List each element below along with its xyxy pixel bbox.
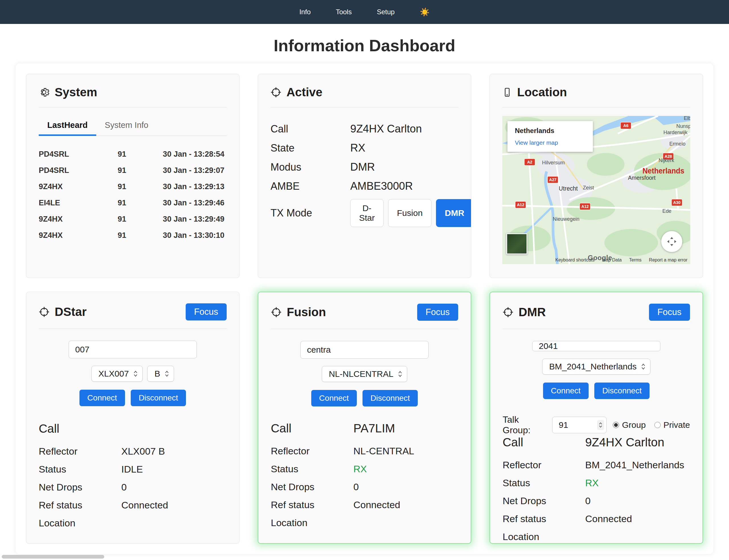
map-city-label: Ede bbox=[662, 208, 671, 214]
dstar-focus-button[interactable]: Focus bbox=[186, 303, 227, 320]
crosshair-icon bbox=[271, 307, 282, 318]
reflector-label: Reflector bbox=[271, 445, 354, 457]
dstar-reflector-input[interactable] bbox=[69, 341, 197, 358]
keyboard-shortcuts-link[interactable]: Keyboard shortcuts bbox=[555, 257, 595, 263]
status-value: RX bbox=[354, 463, 367, 475]
call-value: PA7LIM bbox=[354, 422, 395, 435]
fusion-connect-button[interactable]: Connect bbox=[311, 390, 357, 406]
lastheard-table: PD4SRL9130 Jan - 13:28:54 PD4SRL9130 Jan… bbox=[39, 146, 227, 244]
gear-icon bbox=[39, 87, 50, 98]
lh-call: PD4SRL bbox=[39, 162, 118, 179]
tab-system-info[interactable]: System Info bbox=[96, 115, 157, 136]
road-badge-a12-2: A12 bbox=[580, 203, 591, 210]
group-radio-input[interactable] bbox=[613, 422, 619, 428]
dmr-connect-button[interactable]: Connect bbox=[543, 383, 589, 399]
location-card: Location bbox=[489, 74, 703, 278]
page-title: Information Dashboard bbox=[0, 36, 729, 55]
horizontal-scrollbar-thumb[interactable] bbox=[2, 555, 104, 559]
dmr-card-title: DMR bbox=[518, 305, 546, 319]
fusion-focus-button[interactable]: Focus bbox=[417, 304, 458, 321]
map-city-label: Ermelo bbox=[669, 141, 685, 147]
tx-dmr-button[interactable]: DMR bbox=[436, 199, 471, 227]
talkgroup-number-input[interactable] bbox=[552, 417, 606, 433]
move-arrows-icon bbox=[665, 235, 679, 248]
netdrops-value: 0 bbox=[354, 481, 359, 492]
map-region-label: Netherlands bbox=[642, 166, 684, 175]
talkgroup-type-radios: Group Private bbox=[613, 420, 690, 430]
google-map[interactable]: A6 A2 A28 A27 A12 A12 A30 Bussum Huizen … bbox=[502, 116, 690, 264]
dashboard-container: System LastHeard System Info PD4SRL9130 … bbox=[16, 64, 713, 554]
view-larger-map-link[interactable]: View larger map bbox=[515, 139, 558, 146]
map-city-label: Hilversum bbox=[542, 160, 565, 166]
tx-fusion-button[interactable]: Fusion bbox=[388, 199, 431, 227]
status-value: RX bbox=[585, 477, 599, 489]
netdrops-label: Net Drops bbox=[39, 482, 121, 493]
svg-text:A2: A2 bbox=[527, 160, 532, 164]
fusion-card-title: Fusion bbox=[287, 305, 326, 319]
dstar-card-title: DStar bbox=[55, 305, 87, 319]
reflector-label: Reflector bbox=[39, 446, 121, 457]
call-label: Call bbox=[271, 123, 350, 135]
reflector-value: NL-CENTRAL bbox=[354, 445, 414, 457]
nav-setup[interactable]: Setup bbox=[377, 8, 395, 16]
group-radio[interactable]: Group bbox=[613, 420, 646, 430]
report-map-error-link[interactable]: Report a map error bbox=[649, 257, 687, 263]
private-radio-input[interactable] bbox=[654, 422, 661, 428]
dmr-connect-row: Connect Disconnect bbox=[503, 383, 690, 399]
dstar-module-select[interactable]: B bbox=[147, 366, 174, 382]
talkgroup-label: Talk Group: bbox=[503, 414, 546, 436]
lh-time: 30 Jan - 13:28:54 bbox=[152, 146, 227, 162]
select-value: B bbox=[154, 369, 160, 379]
chevron-updown-icon bbox=[641, 363, 646, 371]
system-card-title: System bbox=[55, 85, 97, 99]
system-card: System LastHeard System Info PD4SRL9130 … bbox=[26, 74, 240, 278]
dstar-reflector-select[interactable]: XLX007 bbox=[91, 366, 143, 382]
satellite-view-thumbnail[interactable] bbox=[506, 233, 527, 254]
map-info-window: Netherlands View larger map bbox=[507, 121, 593, 152]
netdrops-label: Net Drops bbox=[271, 481, 354, 492]
reflector-value: BM_2041_Netherlands bbox=[585, 459, 684, 471]
dstar-card-header: DStar Focus bbox=[39, 303, 227, 320]
nav-info[interactable]: Info bbox=[299, 8, 311, 16]
chevron-updown-icon bbox=[398, 370, 402, 378]
lh-call: 9Z4HX bbox=[39, 227, 118, 244]
terms-link[interactable]: Terms bbox=[629, 257, 642, 263]
map-pan-control[interactable] bbox=[661, 231, 682, 252]
select-value: XLX007 bbox=[99, 369, 129, 379]
talkgroup-value-field[interactable] bbox=[554, 420, 597, 430]
map-data-link[interactable]: Map Data bbox=[602, 257, 622, 263]
tab-lastheard[interactable]: LastHeard bbox=[39, 115, 96, 136]
lh-talkgroup: 91 bbox=[118, 195, 152, 211]
fusion-disconnect-button[interactable]: Disconnect bbox=[363, 390, 418, 406]
lh-call: PD4SRL bbox=[39, 146, 118, 162]
divider bbox=[39, 107, 227, 107]
fusion-reflector-select[interactable]: NL-NLCENTRAL bbox=[322, 366, 407, 382]
lh-call: 9Z4HX bbox=[39, 211, 118, 227]
netdrops-value: 0 bbox=[585, 495, 591, 506]
tx-dstar-button[interactable]: D-Star bbox=[350, 199, 383, 227]
dmr-focus-button[interactable]: Focus bbox=[649, 304, 690, 321]
active-card-title: Active bbox=[287, 85, 323, 99]
theme-toggle-icon[interactable]: ☀️ bbox=[420, 7, 430, 17]
dstar-connect-button[interactable]: Connect bbox=[79, 390, 125, 406]
svg-text:A12: A12 bbox=[517, 203, 524, 207]
netdrops-label: Net Drops bbox=[503, 495, 585, 506]
location-card-header: Location bbox=[502, 85, 690, 99]
nav-tools[interactable]: Tools bbox=[336, 8, 352, 16]
dmr-info-list: Call9Z4HX Carlton ReflectorBM_2041_Nethe… bbox=[503, 436, 690, 544]
fusion-reflector-input[interactable] bbox=[301, 341, 428, 359]
refstatus-value: Connected bbox=[354, 499, 400, 510]
dstar-disconnect-button[interactable]: Disconnect bbox=[131, 390, 186, 406]
stepper-arrows-icon[interactable] bbox=[597, 420, 604, 430]
call-label: Call bbox=[503, 436, 585, 449]
dmr-talkgroup-search-input[interactable] bbox=[532, 341, 660, 351]
group-radio-label: Group bbox=[622, 420, 646, 430]
private-radio[interactable]: Private bbox=[654, 420, 690, 430]
dmr-disconnect-button[interactable]: Disconnect bbox=[594, 383, 650, 399]
select-value: NL-NLCENTRAL bbox=[329, 369, 393, 379]
refstatus-value: Connected bbox=[585, 513, 632, 524]
dmr-reflector-select[interactable]: BM_2041_Netherlands bbox=[542, 359, 651, 375]
system-card-header: System bbox=[39, 85, 227, 99]
map-city-label: Nunspeet bbox=[676, 123, 690, 129]
modus-value: DMR bbox=[350, 161, 375, 173]
